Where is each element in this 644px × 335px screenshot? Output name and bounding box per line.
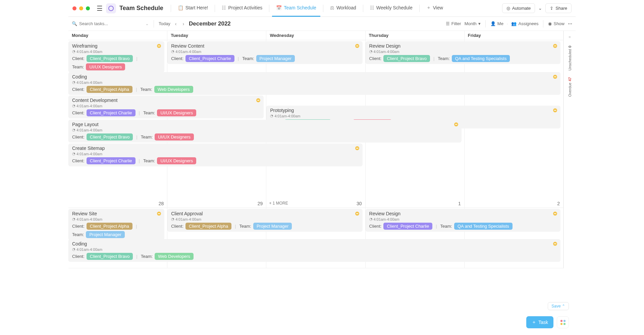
tab-icon: ☷	[370, 5, 374, 10]
event-title: Wireframing	[72, 43, 161, 49]
team-label: Team:	[143, 158, 155, 163]
eye-icon: ◉	[548, 21, 552, 26]
event-card[interactable]: Review Content◔4:01am-4:00amClient: Clie…	[167, 41, 363, 64]
event-card[interactable]: Review Design◔4:01am-4:00amClient: Clien…	[366, 209, 561, 232]
event-title: Coding	[72, 74, 557, 79]
clock-icon: ◔	[171, 49, 174, 54]
event-card[interactable]: Wireframing◔4:01am-4:00amClient: Client_…	[68, 41, 164, 72]
unscheduled-panel[interactable]: Unscheduled 0	[568, 46, 572, 70]
event-card[interactable]: Client Approval◔4:01am-4:00amClient: Cli…	[167, 209, 363, 232]
search-field[interactable]: 🔍 ⌄	[72, 21, 149, 26]
today-button[interactable]: Today	[159, 21, 170, 26]
minimize-window-icon[interactable]	[79, 6, 83, 10]
tag-alpha: Client_Project Alpha	[185, 223, 231, 230]
clock-icon: ◔	[72, 152, 75, 156]
event-card[interactable]: Coding◔4:01am-4:00amClient: Client_Proje…	[68, 72, 560, 95]
close-window-icon[interactable]	[72, 6, 76, 10]
automate-button[interactable]: ◎Automate	[502, 3, 535, 13]
status-icon[interactable]	[256, 98, 260, 102]
tag-webdev: Web Developers	[154, 86, 193, 93]
tab-team-schedule[interactable]: 📅Team Schedule	[272, 0, 320, 17]
tag-webdev: Web Developers	[155, 253, 194, 260]
team-label: Team:	[141, 254, 153, 259]
team-label: Team:	[141, 134, 153, 139]
tab-project-activities[interactable]: ☷Project Activities	[218, 0, 266, 17]
show-toggle[interactable]: ◉Show	[548, 21, 565, 26]
settings-icon[interactable]: ≡	[569, 35, 571, 39]
tab-workload[interactable]: ⚖Workload	[326, 0, 360, 17]
tag-charlie: Client_Project Charlie	[87, 157, 136, 164]
clock-icon: ◔	[72, 80, 75, 85]
status-icon[interactable]	[355, 212, 359, 216]
current-month: December 2022	[189, 20, 231, 27]
tab-start-here-[interactable]: 📋Start Here!	[174, 0, 212, 17]
more-menu[interactable]: ⋯	[568, 21, 572, 26]
clock-icon: ◔	[72, 104, 75, 108]
event-time: ◔4:01am-4:00am	[171, 49, 359, 54]
share-button[interactable]: ⇪Share	[545, 3, 572, 13]
tab-icon: 📅	[276, 5, 282, 10]
client-label: Client:	[72, 56, 85, 61]
maximize-window-icon[interactable]	[86, 6, 90, 10]
separator	[419, 5, 420, 12]
filter-button[interactable]: ☰Filter	[446, 21, 461, 26]
event-title: Content Development	[72, 98, 260, 103]
day-header: Monday	[68, 31, 167, 40]
tab-icon: 📋	[178, 5, 183, 10]
event-card[interactable]: Content Development◔4:01am-4:00amClient:…	[68, 96, 264, 118]
event-time: ◔4:01am-4:00am	[270, 114, 557, 118]
tab-icon: ⚖	[330, 5, 334, 10]
chevron-down-icon[interactable]: ⌄	[145, 21, 149, 26]
event-card[interactable]: Create Sitemap◔4:01am-4:00amClient: Clie…	[68, 144, 363, 166]
tag-uiux: UI/UX Designers	[86, 63, 125, 70]
add-view-button[interactable]: ＋View	[422, 0, 447, 17]
separator	[171, 5, 171, 12]
clock-icon: ◔	[72, 49, 75, 54]
status-icon[interactable]	[454, 122, 458, 126]
team-label: Team:	[72, 64, 84, 69]
team-label: Team:	[242, 56, 254, 61]
caret-down-icon: ▾	[478, 21, 481, 26]
overdue-panel[interactable]: Overdue 47	[568, 77, 572, 97]
client-label: Client:	[72, 158, 85, 163]
prev-button[interactable]: ‹	[174, 21, 178, 26]
event-time: ◔4:01am-4:00am	[72, 49, 161, 54]
next-button[interactable]: ›	[181, 21, 185, 26]
clock-icon: ◔	[72, 128, 75, 132]
user-icon: 👤	[490, 21, 496, 26]
tag-alpha: Client_Project Alpha	[87, 86, 132, 93]
event-title: Prototyping	[270, 108, 557, 113]
tag-alpha: Client_Project Alpha	[87, 223, 132, 230]
tab-weekly-schedule[interactable]: ☷Weekly Schedule	[366, 0, 417, 17]
client-label: Client:	[369, 224, 382, 229]
team-label: Team:	[440, 224, 452, 229]
scale-select[interactable]: Month▾	[465, 21, 481, 26]
me-filter[interactable]: 👤Me	[490, 21, 503, 26]
window-controls[interactable]	[72, 6, 90, 10]
search-input[interactable]	[79, 21, 143, 26]
event-card[interactable]: Review Design◔4:01am-4:00amClient: Clien…	[366, 41, 561, 64]
status-icon[interactable]	[355, 44, 359, 48]
page-title: Team Schedule	[119, 5, 163, 12]
chevron-down-icon: ⌄	[538, 6, 542, 11]
tag-bravo: Client_Project Bravo	[87, 253, 133, 260]
event-card[interactable]: Review Site◔4:01am-4:00amClient: Client_…	[68, 209, 164, 240]
event-time: ◔4:01am-4:00am	[171, 217, 359, 221]
team-label: Team:	[438, 56, 449, 61]
client-label: Client:	[72, 134, 85, 139]
event-card[interactable]: Coding◔4:01am-4:00amClient: Client_Proje…	[68, 239, 560, 262]
status-icon[interactable]	[355, 146, 359, 150]
day-header: Wednesday	[266, 31, 365, 40]
tag-uiux: UI/UX Designers	[157, 157, 196, 164]
client-label: Client:	[72, 254, 85, 259]
circle-icon	[108, 6, 114, 11]
tag-charlie: Client_Project Charlie	[87, 109, 136, 116]
automate-dropdown[interactable]: ⌄	[536, 4, 544, 13]
event-card[interactable]: Page Layout◔4:01am-4:00amClient: Client_…	[68, 120, 462, 143]
clock-icon: ◔	[171, 217, 174, 221]
team-label: Team:	[143, 110, 155, 115]
client-label: Client:	[72, 87, 85, 92]
assignees-filter[interactable]: 👥Assignees	[511, 21, 538, 26]
menu-icon[interactable]: ☰	[95, 4, 105, 12]
clock-icon: ◔	[270, 114, 273, 118]
